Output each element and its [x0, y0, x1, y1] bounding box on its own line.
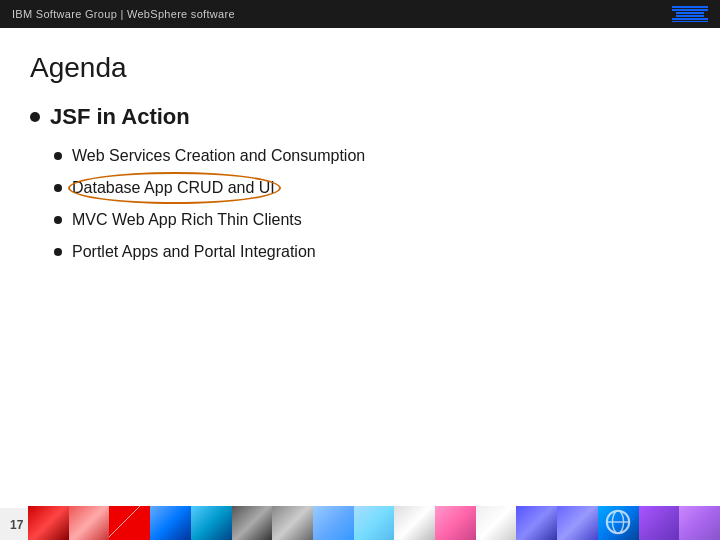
footer-tile-6	[232, 506, 273, 540]
list-item: MVC Web App Rich Thin Clients	[54, 208, 690, 232]
header-title: IBM Software Group | WebSphere software	[12, 8, 235, 20]
circle-annotation	[68, 172, 281, 204]
footer-image-strip	[28, 506, 720, 540]
section-jsf: JSF in Action Web Services Creation and …	[30, 104, 690, 264]
footer-tiles: 17	[0, 506, 720, 540]
bullet-icon	[54, 152, 62, 160]
section-bullet	[30, 112, 40, 122]
list-item: Web Services Creation and Consumption	[54, 144, 690, 168]
section-title: JSF in Action	[30, 104, 690, 130]
footer-tile-14	[557, 506, 598, 540]
footer-tile-9	[354, 506, 395, 540]
svg-rect-5	[672, 21, 708, 22]
list-item: Portlet Apps and Portal Integration	[54, 240, 690, 264]
footer-tile-11	[435, 506, 476, 540]
footer-tile-12	[476, 506, 517, 540]
slide-content: Agenda JSF in Action Web Services Creati…	[0, 28, 720, 508]
footer-tile-15	[639, 506, 680, 540]
bullet-list: Web Services Creation and Consumption Da…	[30, 144, 690, 264]
page-number: 17	[10, 518, 23, 532]
svg-rect-1	[672, 9, 708, 11]
footer-tile-13	[516, 506, 557, 540]
footer-tile-8	[313, 506, 354, 540]
svg-rect-3	[676, 15, 704, 17]
svg-rect-2	[676, 12, 704, 14]
footer-tile-2	[69, 506, 110, 540]
footer-tile-5	[191, 506, 232, 540]
page-title: Agenda	[30, 52, 690, 84]
footer-tile-4	[150, 506, 191, 540]
list-item: Database App CRUD and UI	[54, 176, 690, 200]
footer-tile-10	[394, 506, 435, 540]
footer-tile-globe	[598, 506, 639, 540]
bullet-icon	[54, 216, 62, 224]
footer-tile-1	[28, 506, 69, 540]
svg-rect-0	[672, 6, 708, 8]
footer-tile-16	[679, 506, 720, 540]
header-bar: IBM Software Group | WebSphere software	[0, 0, 720, 28]
ibm-logo-icon	[672, 6, 708, 22]
bullet-icon	[54, 248, 62, 256]
footer-tile-3	[109, 506, 150, 540]
bullet-icon	[54, 184, 62, 192]
circled-text: Database App CRUD and UI	[72, 176, 275, 200]
footer-tile-7	[272, 506, 313, 540]
svg-rect-4	[672, 18, 708, 20]
